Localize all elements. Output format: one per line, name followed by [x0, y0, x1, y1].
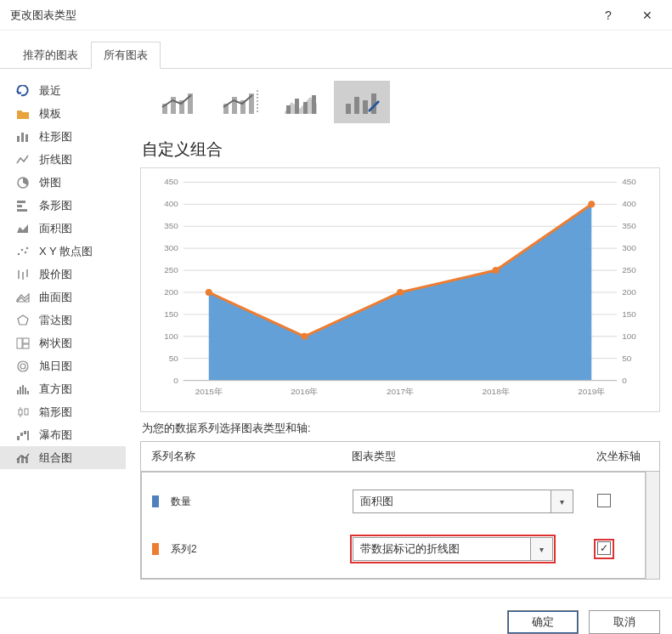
combo-subtype-stacked-area[interactable]	[273, 81, 329, 123]
sidebar-item-label: 组合图	[39, 450, 72, 466]
tab-all-charts[interactable]: 所有图表	[91, 42, 161, 69]
radar-chart-icon	[15, 314, 31, 327]
sidebar-item-label: 最近	[39, 83, 61, 99]
svg-text:200: 200	[622, 287, 636, 297]
svg-marker-14	[18, 315, 28, 325]
sidebar-item-bar[interactable]: 条形图	[0, 194, 126, 217]
chevron-down-icon: ▾	[530, 538, 552, 560]
section-title: 自定义组合	[140, 135, 660, 167]
combo-subtype-row	[140, 81, 660, 135]
series-row: 数量 面积图 ▾	[142, 478, 645, 525]
svg-text:100: 100	[622, 331, 636, 341]
sidebar-item-label: 雷达图	[39, 313, 72, 328]
folder-icon	[15, 107, 31, 121]
sidebar-item-label: 饼图	[39, 175, 61, 190]
svg-text:200: 200	[164, 287, 178, 297]
titlebar: 更改图表类型 ? ✕	[0, 0, 672, 31]
series-grid: 系列名称 图表类型 次坐标轴 数量 面积图	[140, 441, 660, 580]
sidebar-item-radar[interactable]: 雷达图	[0, 309, 126, 331]
sidebar-item-recent[interactable]: 最近	[0, 79, 126, 102]
series-color-swatch	[152, 495, 159, 507]
svg-text:2017年: 2017年	[387, 387, 414, 396]
svg-rect-32	[27, 431, 29, 440]
ok-button[interactable]: 确定	[507, 610, 579, 634]
pie-chart-icon	[15, 176, 31, 190]
svg-point-9	[25, 251, 27, 253]
svg-text:2019年: 2019年	[578, 387, 605, 396]
help-button[interactable]: ?	[589, 3, 628, 27]
combo-subtype-clustered-line[interactable]	[150, 81, 206, 123]
svg-text:0: 0	[173, 376, 178, 385]
window-title: 更改图表类型	[10, 8, 76, 23]
close-button[interactable]: ✕	[628, 3, 667, 27]
sidebar-item-histogram[interactable]: 直方图	[0, 377, 126, 400]
tab-recommended[interactable]: 推荐的图表	[10, 42, 91, 69]
dialog-buttons: 确定 取消	[0, 597, 672, 634]
svg-rect-6	[17, 209, 27, 212]
sidebar-item-surface[interactable]: 曲面图	[0, 286, 126, 309]
sidebar-item-sunburst[interactable]: 旭日图	[0, 354, 126, 377]
surface-chart-icon	[15, 291, 31, 304]
chevron-down-icon: ▾	[551, 490, 573, 512]
sidebar-item-waterfall[interactable]: 瀑布图	[0, 423, 126, 446]
chart-svg: 0050501001001501502002002502503003003503…	[146, 175, 654, 405]
sunburst-icon	[15, 359, 31, 373]
chart-type-select[interactable]: 带数据标记的折线图 ▾	[353, 537, 553, 561]
sidebar-item-pie[interactable]: 饼图	[0, 171, 126, 194]
svg-rect-1	[21, 133, 24, 142]
col-header-secaxis: 次坐标轴	[588, 449, 649, 464]
change-chart-type-dialog: 更改图表类型 ? ✕ 推荐的图表 所有图表 最近 模板	[0, 0, 672, 634]
svg-rect-5	[17, 205, 22, 207]
scrollbar[interactable]	[646, 472, 659, 579]
sidebar-item-column[interactable]: 柱形图	[0, 125, 126, 148]
svg-rect-49	[346, 104, 351, 114]
svg-text:300: 300	[164, 243, 178, 252]
svg-rect-4	[17, 201, 25, 203]
combo-subtype-custom[interactable]	[334, 81, 390, 123]
svg-point-85	[397, 289, 404, 296]
svg-rect-28	[25, 409, 28, 415]
svg-rect-45	[286, 105, 291, 114]
sidebar-item-scatter[interactable]: X Y 散点图	[0, 240, 126, 263]
secondary-axis-checkbox[interactable]	[596, 494, 612, 509]
svg-text:2018年: 2018年	[483, 387, 510, 396]
stock-chart-icon	[15, 268, 31, 281]
sidebar-item-line[interactable]: 折线图	[0, 148, 126, 171]
svg-text:50: 50	[622, 354, 632, 363]
area-chart-icon	[15, 222, 31, 235]
svg-rect-47	[303, 102, 308, 114]
sidebar-item-combo[interactable]: 组合图	[0, 446, 126, 469]
svg-rect-25	[19, 410, 22, 415]
svg-text:250: 250	[622, 265, 636, 275]
svg-rect-41	[232, 97, 237, 114]
combo-subtype-clustered-line-secaxis[interactable]	[212, 81, 268, 123]
cancel-button[interactable]: 取消	[589, 610, 660, 634]
svg-rect-29	[17, 436, 20, 440]
sidebar-item-label: 直方图	[39, 382, 72, 397]
main-panel: 自定义组合 0050501001001501502002002502503003…	[126, 69, 672, 597]
secondary-axis-checkbox[interactable]: ✓	[596, 541, 612, 557]
chart-type-select[interactable]: 面积图 ▾	[353, 490, 573, 513]
bar-chart-icon	[15, 199, 31, 212]
line-chart-icon	[15, 153, 31, 167]
sidebar-item-treemap[interactable]: 树状图	[0, 331, 126, 354]
sidebar-item-label: X Y 散点图	[39, 244, 93, 259]
col-header-type: 图表类型	[352, 449, 588, 464]
histogram-icon	[15, 382, 31, 396]
svg-text:100: 100	[164, 331, 178, 341]
sidebar-item-boxplot[interactable]: 箱形图	[0, 400, 126, 423]
sidebar-item-label: 面积图	[39, 221, 72, 236]
svg-rect-20	[17, 390, 19, 394]
sidebar-item-label: 旭日图	[39, 359, 72, 374]
svg-text:400: 400	[164, 199, 178, 208]
sidebar-item-area[interactable]: 面积图	[0, 217, 126, 240]
sidebar-item-template[interactable]: 模板	[0, 102, 126, 125]
series-row: 系列2 带数据标记的折线图 ▾ ✓	[142, 525, 645, 573]
svg-rect-48	[312, 95, 316, 114]
svg-point-86	[493, 267, 500, 274]
series-name: 数量	[171, 495, 191, 509]
column-chart-icon	[15, 130, 31, 144]
sidebar-item-stock[interactable]: 股价图	[0, 263, 126, 286]
svg-rect-21	[20, 387, 21, 394]
svg-point-8	[21, 248, 24, 251]
